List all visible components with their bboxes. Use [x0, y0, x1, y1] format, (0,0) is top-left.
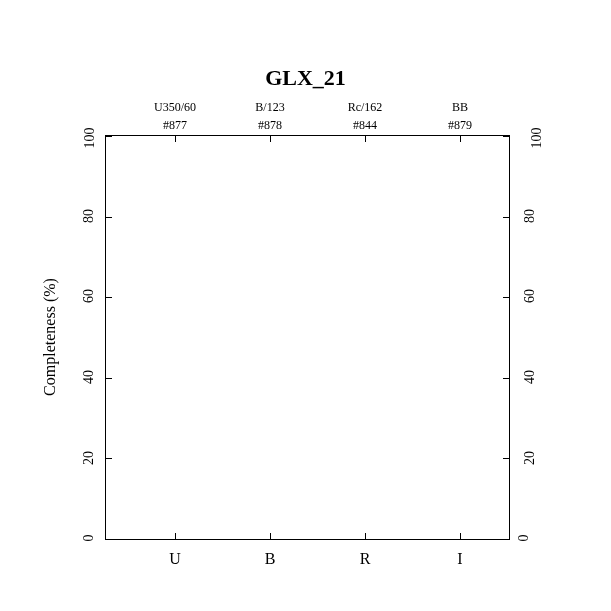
- chart-container: GLX_21 Completeness (%) U350/60 B/123 Rc…: [0, 0, 611, 611]
- y-tick-label: 80: [81, 209, 97, 223]
- y-tick-label-right: 20: [522, 451, 538, 465]
- y-tick-label-right: 60: [522, 289, 538, 303]
- y-tick-label-right: 40: [522, 370, 538, 384]
- y-tick-label: 40: [81, 370, 97, 384]
- x-tick-label: U: [155, 550, 195, 568]
- y-tick-label: 20: [81, 451, 97, 465]
- top-label-id: #878: [230, 118, 310, 133]
- x-tick-label: B: [250, 550, 290, 568]
- y-axis-label: Completeness (%): [41, 278, 59, 396]
- y-tick-label: 0: [81, 535, 97, 542]
- y-tick-label-right: 0: [516, 535, 532, 542]
- chart-title: GLX_21: [0, 65, 611, 91]
- top-label-filter: Rc/162: [325, 100, 405, 115]
- plot-area: [105, 135, 510, 540]
- top-label-filter: BB: [420, 100, 500, 115]
- x-tick-label: I: [440, 550, 480, 568]
- top-label-filter: B/123: [230, 100, 310, 115]
- y-tick-label-right: 80: [522, 209, 538, 223]
- top-label-id: #879: [420, 118, 500, 133]
- top-label-id: #844: [325, 118, 405, 133]
- top-label-id: #877: [135, 118, 215, 133]
- x-tick-label: R: [345, 550, 385, 568]
- y-tick-label-right: 100: [529, 128, 545, 149]
- y-tick-label: 100: [82, 128, 98, 149]
- y-tick-label: 60: [81, 289, 97, 303]
- top-label-filter: U350/60: [135, 100, 215, 115]
